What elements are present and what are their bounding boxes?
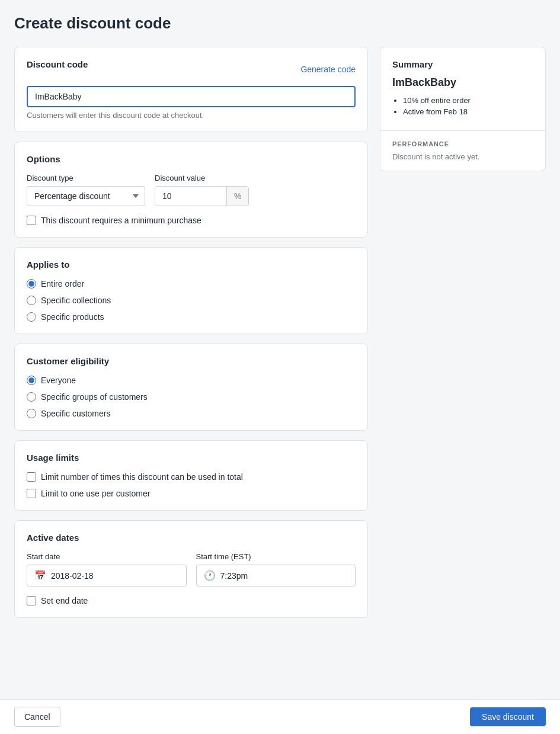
summary-top: Summary ImBackBaby 10% off entire order … (380, 47, 545, 130)
start-time-input[interactable] (220, 571, 348, 581)
summary-details-list: 10% off entire order Active from Feb 18 (392, 96, 533, 116)
eligibility-everyone-label[interactable]: Everyone (41, 376, 76, 385)
applies-to-products-row: Specific products (27, 312, 356, 322)
eligibility-groups-label[interactable]: Specific groups of customers (41, 392, 148, 402)
limit-per-customer-label[interactable]: Limit to one use per customer (41, 489, 150, 498)
discount-type-select[interactable]: Percentage discount Fixed amount discoun… (27, 186, 145, 206)
start-date-label: Start date (27, 552, 187, 561)
summary-title: Summary (392, 59, 533, 69)
clock-icon: 🕐 (204, 570, 216, 581)
applies-to-card: Applies to Entire order Specific collect… (14, 247, 368, 334)
applies-to-products-radio[interactable] (27, 312, 36, 322)
applies-to-products-label[interactable]: Specific products (41, 312, 104, 322)
set-end-date-checkbox[interactable] (27, 596, 36, 605)
performance-section: PERFORMANCE Discount is not active yet. (380, 131, 545, 171)
set-end-date-row: Set end date (27, 596, 356, 605)
eligibility-customers-label[interactable]: Specific customers (41, 409, 110, 418)
active-dates-title: Active dates (27, 533, 356, 543)
applies-to-radio-group: Entire order Specific collections Specif… (27, 279, 356, 322)
eligibility-customers-row: Specific customers (27, 409, 356, 418)
start-date-group: Start date 📅 (27, 552, 187, 586)
applies-to-collections-row: Specific collections (27, 296, 356, 305)
start-date-input[interactable] (51, 571, 179, 581)
applies-to-entire-order-radio[interactable] (27, 279, 36, 289)
set-end-date-label[interactable]: Set end date (41, 596, 88, 605)
discount-code-input[interactable] (27, 86, 356, 107)
start-time-group: Start time (EST) 🕐 (196, 552, 356, 586)
discount-type-label: Discount type (27, 174, 145, 182)
discount-code-hint: Customers will enter this discount code … (27, 111, 356, 120)
limit-total-label[interactable]: Limit number of times this discount can … (41, 472, 243, 482)
start-time-wrapper: 🕐 (196, 565, 356, 586)
discount-code-card: Discount code Generate code Customers wi… (14, 47, 368, 132)
eligibility-everyone-radio[interactable] (27, 376, 36, 385)
options-card: Options Discount type Percentage discoun… (14, 142, 368, 238)
eligibility-customers-radio[interactable] (27, 409, 36, 418)
eligibility-everyone-row: Everyone (27, 376, 356, 385)
options-title: Options (27, 154, 356, 164)
applies-to-collections-label[interactable]: Specific collections (41, 296, 111, 305)
page-title: Create discount code (14, 14, 546, 33)
customer-eligibility-title: Customer eligibility (27, 356, 356, 366)
performance-text: Discount is not active yet. (392, 152, 533, 161)
summary-detail-1: 10% off entire order (403, 96, 533, 105)
discount-value-label: Discount value (155, 174, 249, 182)
applies-to-entire-order-label[interactable]: Entire order (41, 279, 84, 289)
limit-total-row: Limit number of times this discount can … (27, 472, 356, 482)
customer-eligibility-radio-group: Everyone Specific groups of customers Sp… (27, 376, 356, 418)
min-purchase-row: This discount requires a minimum purchas… (27, 216, 356, 225)
summary-card: Summary ImBackBaby 10% off entire order … (380, 47, 546, 171)
applies-to-entire-order-row: Entire order (27, 279, 356, 289)
limit-per-customer-checkbox[interactable] (27, 489, 36, 498)
performance-label: PERFORMANCE (392, 140, 533, 148)
discount-value-wrapper: % (155, 186, 249, 206)
usage-limits-title: Usage limits (27, 453, 356, 463)
start-time-label: Start time (EST) (196, 552, 356, 561)
summary-column: Summary ImBackBaby 10% off entire order … (380, 47, 546, 171)
limit-per-customer-row: Limit to one use per customer (27, 489, 356, 498)
calendar-icon: 📅 (34, 570, 46, 581)
generate-code-link[interactable]: Generate code (300, 65, 356, 74)
eligibility-groups-row: Specific groups of customers (27, 392, 356, 402)
discount-value-input[interactable] (155, 187, 226, 206)
discount-value-suffix: % (226, 187, 248, 206)
discount-code-title: Discount code (27, 59, 88, 69)
summary-code: ImBackBaby (392, 76, 533, 89)
min-purchase-label[interactable]: This discount requires a minimum purchas… (41, 216, 201, 225)
start-date-wrapper: 📅 (27, 565, 187, 586)
applies-to-title: Applies to (27, 259, 356, 270)
date-row: Start date 📅 Start time (EST) 🕐 (27, 552, 356, 586)
customer-eligibility-card: Customer eligibility Everyone Specific g… (14, 344, 368, 431)
summary-detail-2: Active from Feb 18 (403, 107, 533, 116)
limit-total-checkbox[interactable] (27, 472, 36, 482)
usage-limits-card: Usage limits Limit number of times this … (14, 440, 368, 511)
min-purchase-checkbox[interactable] (27, 216, 36, 225)
applies-to-collections-radio[interactable] (27, 296, 36, 305)
active-dates-card: Active dates Start date 📅 Start time (ES… (14, 520, 368, 618)
eligibility-groups-radio[interactable] (27, 392, 36, 402)
